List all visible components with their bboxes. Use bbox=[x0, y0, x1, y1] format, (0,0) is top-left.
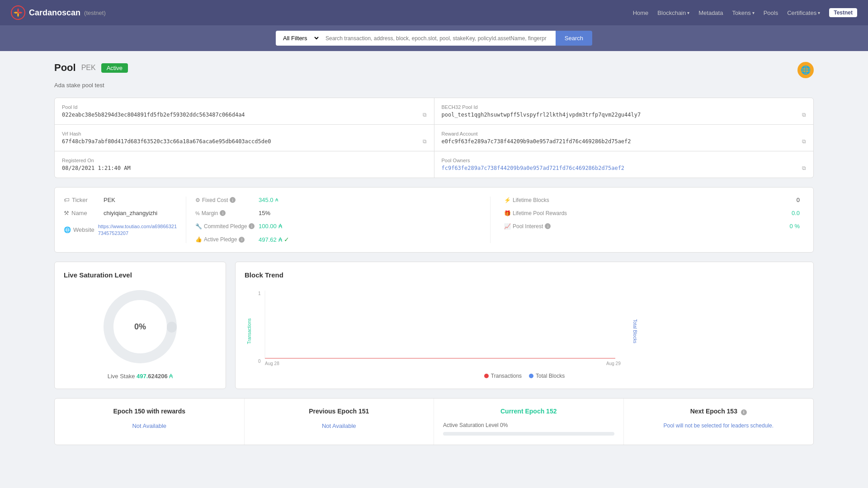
tool-icon: ⚒ bbox=[64, 210, 69, 216]
pool-title-block: Pool PEK Active bbox=[54, 62, 128, 74]
fixed-cost-info-icon[interactable]: i bbox=[230, 197, 236, 203]
registered-label: Registered On bbox=[62, 158, 427, 163]
nav-blockchain[interactable]: Blockchain bbox=[657, 9, 689, 16]
ticker-row: 🏷 Ticker PEK bbox=[64, 197, 177, 203]
live-stake-ada-icon: ₳ bbox=[169, 373, 173, 380]
copy-reward-icon[interactable]: ⧉ bbox=[802, 138, 806, 145]
pool-id-value: 022eabc38e5b8294d3ec804891fd5fb2ef59302d… bbox=[62, 112, 427, 118]
lifetime-rewards-row: 🎁 Lifetime Pool Rewards 0.0 bbox=[504, 210, 800, 216]
live-stake: Live Stake 497.624206 ₳ bbox=[108, 373, 173, 380]
registered-value: 08/28/2021 1:21:40 AM bbox=[62, 165, 427, 171]
epoch-153-info-icon[interactable]: i bbox=[741, 409, 747, 415]
saturation-progress-bar bbox=[443, 432, 614, 436]
copy-pool-id-icon[interactable]: ⧉ bbox=[423, 112, 427, 118]
epoch-150-title: Epoch 150 with rewards bbox=[64, 408, 235, 415]
chart-icon: 📈 bbox=[504, 223, 511, 230]
bech32-value: pool_test1qgh2hsuwtwpff5lvspyfrl2lkth4jv… bbox=[442, 112, 807, 118]
lightning-icon: ⚡ bbox=[504, 197, 511, 203]
right-stats: ⚡ Lifetime Blocks 0 🎁 Lifetime Pool Rewa… bbox=[500, 197, 804, 243]
lifetime-blocks-value: 0 bbox=[797, 197, 800, 203]
vrf-cell: Vrf Hash 67f48cb79a7abf80d417d683f63520c… bbox=[55, 125, 434, 151]
nav-metadata[interactable]: Metadata bbox=[698, 9, 723, 16]
block-trend-card: Block Trend 1 0 Transactions Total Block… bbox=[235, 262, 814, 389]
epoch-150-value: Not Available bbox=[132, 422, 166, 429]
copy-bech32-icon[interactable]: ⧉ bbox=[802, 112, 806, 118]
pool-description: Ada stake pool test bbox=[54, 82, 814, 89]
copy-owners-icon[interactable]: ⧉ bbox=[802, 165, 806, 171]
gift-icon: 🎁 bbox=[504, 210, 511, 216]
ticker-block: 🏷 Ticker PEK ⚒ Name chiyiqian_zhangyizhi… bbox=[64, 197, 177, 243]
ticker-label: 🏷 Ticker bbox=[64, 197, 100, 203]
filter-select[interactable]: All Filters bbox=[276, 31, 320, 46]
trend-svg: 1 0 Transactions Total Blocks Aug 28 Aug… bbox=[245, 286, 804, 367]
epoch-151-value: Not Available bbox=[322, 422, 356, 429]
name-row: ⚒ Name chiyiqian_zhangyizhi bbox=[64, 210, 177, 216]
saturation-label-152: Active Saturation Level 0% bbox=[443, 422, 614, 428]
epoch-151-content: Not Available bbox=[254, 422, 425, 429]
nav-tokens[interactable]: Tokens bbox=[732, 9, 754, 16]
status-badge: Active bbox=[101, 63, 128, 73]
active-pledge-label: 👍 Active Pledge i bbox=[195, 236, 259, 243]
tag-icon: 🏷 bbox=[64, 197, 70, 203]
owners-label: Pool Owners bbox=[442, 158, 807, 163]
check-icon: ✓ bbox=[284, 236, 289, 243]
search-button[interactable]: Search bbox=[556, 31, 592, 46]
reward-cell: Reward Account e0fc9f63fe289a7c738f44209… bbox=[434, 125, 814, 151]
brand-logo[interactable]: Cardanoscan (testnet) bbox=[11, 5, 106, 20]
lifetime-rewards-label: 🎁 Lifetime Pool Rewards bbox=[504, 210, 792, 216]
middle-stats: ⚙ Fixed Cost i 345.0 ₳ % Margin i 15% bbox=[186, 197, 491, 243]
chart-legend: Transactions Total Blocks bbox=[245, 373, 804, 379]
pool-interest-value: 0 % bbox=[790, 223, 800, 230]
donut-center-value: 0% bbox=[134, 322, 146, 332]
pool-globe-icon: 🌐 bbox=[797, 62, 814, 78]
lifetime-blocks-row: ⚡ Lifetime Blocks 0 bbox=[504, 197, 800, 203]
fixed-cost-row: ⚙ Fixed Cost i 345.0 ₳ bbox=[195, 197, 481, 203]
ticker-value: PEK bbox=[104, 197, 115, 203]
saturation-title: Live Saturation Level bbox=[64, 271, 217, 279]
commited-pledge-row: 🔧 Commited Pledge i 100.00 ₳ bbox=[195, 223, 481, 230]
network-label: (testnet) bbox=[84, 9, 106, 16]
brand-name: Cardanoscan bbox=[29, 8, 80, 18]
header: Cardanoscan (testnet) Home Blockchain Me… bbox=[0, 0, 868, 25]
name-value: chiyiqian_zhangyizhi bbox=[104, 210, 157, 216]
stats-section: 🏷 Ticker PEK ⚒ Name chiyiqian_zhangyizhi… bbox=[54, 187, 814, 253]
active-pledge-row: 👍 Active Pledge i 497.62 ₳ ✓ bbox=[195, 236, 481, 243]
epoch-153-content: Pool will not be selected for leaders sc… bbox=[633, 422, 805, 429]
lifetime-rewards-value: 0.0 bbox=[792, 210, 800, 216]
nav-pools[interactable]: Pools bbox=[764, 9, 778, 16]
margin-info-icon[interactable]: i bbox=[220, 210, 226, 216]
margin-label: % Margin i bbox=[195, 210, 259, 216]
nav-certificates[interactable]: Certificates bbox=[787, 9, 820, 16]
fixed-cost-label: ⚙ Fixed Cost i bbox=[195, 197, 259, 203]
live-stake-value: 497.624206 bbox=[137, 373, 169, 380]
commited-pledge-info-icon[interactable]: i bbox=[249, 223, 255, 229]
epoch-151-title: Previous Epoch 151 bbox=[254, 408, 425, 415]
charts-row: Live Saturation Level 0% Live Stake 497.… bbox=[54, 262, 814, 389]
epoch-152-title: Current Epoch 152 bbox=[443, 408, 614, 415]
search-input[interactable] bbox=[320, 31, 556, 46]
main-content: Pool PEK Active 🌐 Ada stake pool test Po… bbox=[0, 51, 868, 456]
epoch-151-card: Previous Epoch 151 Not Available bbox=[245, 399, 434, 445]
nav-home[interactable]: Home bbox=[633, 9, 649, 16]
copy-vrf-icon[interactable]: ⧉ bbox=[423, 138, 427, 145]
active-pledge-info-icon[interactable]: i bbox=[239, 237, 245, 243]
svg-text:Aug 29: Aug 29 bbox=[606, 361, 621, 366]
bech32-cell: BECH32 Pool Id pool_test1qgh2hsuwtwpff5l… bbox=[434, 98, 814, 124]
pool-header: Pool PEK Active 🌐 bbox=[54, 62, 814, 78]
margin-row: % Margin i 15% bbox=[195, 210, 481, 216]
epochs-row: Epoch 150 with rewards Not Available Pre… bbox=[54, 398, 814, 445]
pool-title: Pool bbox=[54, 62, 76, 74]
main-nav: Home Blockchain Metadata Tokens Pools Ce… bbox=[633, 8, 857, 17]
registered-cell: Registered On 08/28/2021 1:21:40 AM bbox=[55, 151, 434, 178]
owners-cell: Pool Owners fc9f63fe289a7c738f44209b9a0e… bbox=[434, 151, 814, 178]
wrench-icon: 🔧 bbox=[195, 223, 202, 230]
reward-label: Reward Account bbox=[442, 131, 807, 136]
gear-icon: ⚙ bbox=[195, 197, 200, 203]
commited-pledge-label: 🔧 Commited Pledge i bbox=[195, 223, 259, 230]
commited-pledge-value: 100.00 ₳ bbox=[259, 223, 282, 230]
pool-info-grid: Pool Id 022eabc38e5b8294d3ec804891fd5fb2… bbox=[54, 98, 814, 178]
name-label: ⚒ Name bbox=[64, 210, 100, 216]
legend-total-blocks: Total Blocks bbox=[529, 373, 565, 379]
pool-interest-info-icon[interactable]: i bbox=[545, 223, 551, 229]
pool-ticker: PEK bbox=[81, 64, 96, 72]
